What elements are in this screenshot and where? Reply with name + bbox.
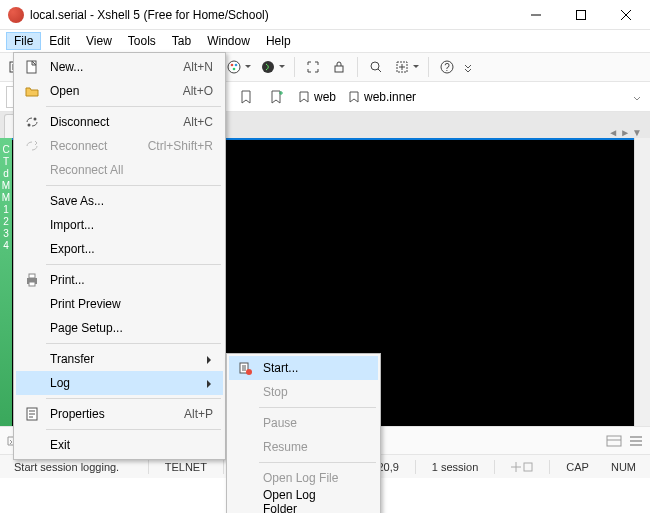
- minimize-button[interactable]: [513, 0, 558, 29]
- menu-tools[interactable]: Tools: [120, 32, 164, 50]
- svg-point-7: [228, 61, 240, 73]
- svg-point-31: [246, 369, 252, 375]
- menu-label: Open: [44, 84, 133, 98]
- menu-label: Stop: [257, 385, 368, 399]
- menu-shortcut: Ctrl+Shift+R: [133, 139, 213, 153]
- file-menu-item[interactable]: OpenAlt+O: [16, 79, 223, 103]
- menu-label: Transfer: [44, 352, 213, 366]
- tab-next-icon[interactable]: ►: [620, 127, 630, 138]
- window-title: local.serial - Xshell 5 (Free for Home/S…: [30, 8, 513, 22]
- menu-window[interactable]: Window: [199, 32, 258, 50]
- file-menu-item[interactable]: Transfer: [16, 347, 223, 371]
- scrollbar[interactable]: [634, 138, 650, 426]
- status-cap: CAP: [560, 461, 595, 473]
- menu-label: Log: [44, 376, 213, 390]
- toolbar-overflow-icon[interactable]: [461, 55, 475, 79]
- logstart-icon: [233, 360, 257, 376]
- svg-rect-0: [576, 10, 585, 19]
- file-menu-item[interactable]: Save As...: [16, 189, 223, 213]
- svg-rect-12: [335, 66, 343, 72]
- lock-icon[interactable]: [327, 55, 351, 79]
- menu-tab[interactable]: Tab: [164, 32, 199, 50]
- svg-rect-20: [607, 436, 621, 446]
- menu-help[interactable]: Help: [258, 32, 299, 50]
- search-icon[interactable]: [364, 55, 388, 79]
- menu-label: Resume: [257, 440, 368, 454]
- menu-label: Print...: [44, 273, 213, 287]
- status-hint: Start session logging.: [8, 461, 138, 473]
- svg-point-24: [28, 124, 31, 127]
- log-menu-item: Resume: [229, 435, 378, 459]
- file-menu-item[interactable]: Import...: [16, 213, 223, 237]
- menu-shortcut: Alt+N: [133, 60, 213, 74]
- file-menu-item: Reconnect All: [16, 158, 223, 182]
- bookmark-add-icon[interactable]: [390, 55, 414, 79]
- menu-label: Start...: [257, 361, 368, 375]
- menu-view[interactable]: View: [78, 32, 120, 50]
- svg-point-13: [371, 62, 379, 70]
- menu-label: Import...: [44, 218, 213, 232]
- separator: [357, 57, 358, 77]
- menu-label: Open Log File: [257, 471, 368, 485]
- menubar: FileEditViewToolsTabWindowHelp: [0, 30, 650, 52]
- log-menu-item[interactable]: Start...: [229, 356, 378, 380]
- fullscreen-icon[interactable]: [301, 55, 325, 79]
- bookmark-item[interactable]: web.inner: [344, 88, 420, 106]
- svg-point-8: [231, 64, 234, 67]
- bookmark-toggle-icon[interactable]: [234, 85, 258, 109]
- menu-label: Properties: [44, 407, 133, 421]
- help-icon[interactable]: ?: [435, 55, 459, 79]
- menu-label: Reconnect All: [44, 163, 213, 177]
- print-icon: [20, 272, 44, 288]
- file-menu-item[interactable]: DisconnectAlt+C: [16, 110, 223, 134]
- menu-shortcut: Alt+P: [133, 407, 213, 421]
- status-num: NUM: [605, 461, 642, 473]
- file-menu-item[interactable]: Log: [16, 371, 223, 395]
- svg-text:?: ?: [444, 62, 450, 73]
- menu-label: Open Log Folder: [257, 488, 368, 513]
- close-button[interactable]: [603, 0, 648, 29]
- svg-rect-27: [29, 274, 35, 278]
- log-menu-item: Open Log File: [229, 466, 378, 490]
- props-icon: [20, 406, 44, 422]
- file-menu-item[interactable]: New...Alt+N: [16, 55, 223, 79]
- bar-overflow-icon[interactable]: [630, 85, 644, 109]
- script-icon[interactable]: [256, 55, 280, 79]
- menu-label: Page Setup...: [44, 321, 213, 335]
- file-menu-item[interactable]: Print Preview: [16, 292, 223, 316]
- svg-rect-22: [524, 463, 532, 471]
- bookmark-item[interactable]: web: [294, 88, 340, 106]
- add-bookmark-icon[interactable]: [264, 85, 288, 109]
- send-menu-icon[interactable]: [628, 434, 644, 448]
- file-menu-item[interactable]: Export...: [16, 237, 223, 261]
- menu-label: Disconnect: [44, 115, 133, 129]
- menu-label: Print Preview: [44, 297, 213, 311]
- file-menu-item[interactable]: Exit: [16, 433, 223, 457]
- send-target-icon[interactable]: [606, 434, 622, 448]
- terminal-gutter: CTdMM1234: [0, 138, 12, 426]
- tab-list-icon[interactable]: ▼: [632, 127, 642, 138]
- file-menu-item[interactable]: Page Setup...: [16, 316, 223, 340]
- svg-point-9: [235, 64, 238, 67]
- separator: [428, 57, 429, 77]
- tab-prev-icon[interactable]: ◄: [608, 127, 618, 138]
- menu-label: Export...: [44, 242, 213, 256]
- titlebar: local.serial - Xshell 5 (Free for Home/S…: [0, 0, 650, 30]
- status-sessions: 1 session: [426, 461, 484, 473]
- menu-label: Save As...: [44, 194, 213, 208]
- log-menu-item: Pause: [229, 411, 378, 435]
- svg-rect-28: [29, 282, 35, 286]
- maximize-button[interactable]: [558, 0, 603, 29]
- log-menu-item: Stop: [229, 380, 378, 404]
- menu-edit[interactable]: Edit: [41, 32, 78, 50]
- log-menu-item[interactable]: Open Log Folder: [229, 490, 378, 513]
- status-tray: [505, 462, 539, 472]
- status-protocol: TELNET: [159, 461, 213, 473]
- menu-file[interactable]: File: [6, 32, 41, 50]
- file-menu-item[interactable]: PropertiesAlt+P: [16, 402, 223, 426]
- menu-label: Exit: [44, 438, 213, 452]
- file-menu: New...Alt+NOpenAlt+ODisconnectAlt+CRecon…: [13, 52, 226, 460]
- new-icon: [20, 59, 44, 75]
- file-menu-item[interactable]: Print...: [16, 268, 223, 292]
- app-icon: [8, 7, 24, 23]
